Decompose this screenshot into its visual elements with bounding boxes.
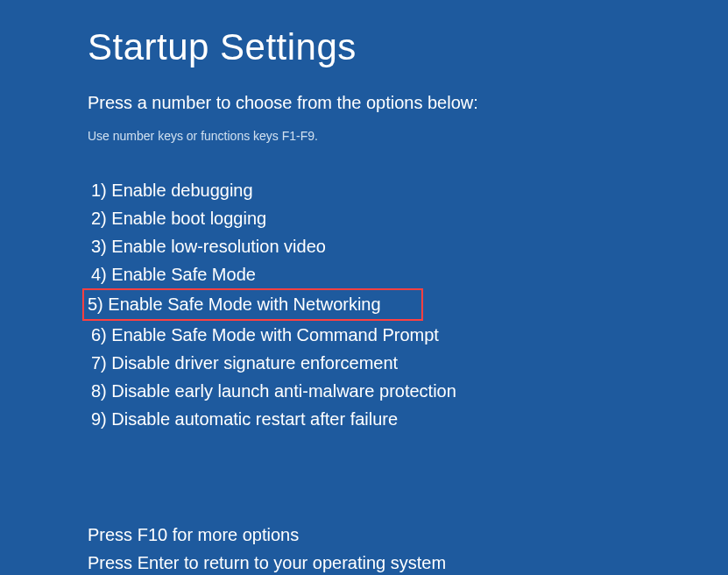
footer-more-options: Press F10 for more options (88, 521, 728, 549)
boot-option-4[interactable]: 4) Enable Safe Mode (88, 260, 259, 288)
boot-option-5[interactable]: 5) Enable Safe Mode with Networking (82, 288, 423, 321)
subtitle: Press a number to choose from the option… (88, 93, 728, 113)
footer-return: Press Enter to return to your operating … (88, 549, 728, 575)
boot-option-9[interactable]: 9) Disable automatic restart after failu… (88, 405, 401, 433)
boot-option-8[interactable]: 8) Disable early launch anti-malware pro… (88, 377, 460, 405)
boot-options-list: 1) Enable debugging 2) Enable boot loggi… (88, 176, 728, 433)
boot-option-6[interactable]: 6) Enable Safe Mode with Command Prompt (88, 321, 442, 349)
boot-option-3[interactable]: 3) Enable low-resolution video (88, 232, 329, 260)
page-title: Startup Settings (88, 26, 728, 68)
hint-text: Use number keys or functions keys F1-F9. (88, 129, 728, 143)
boot-option-1[interactable]: 1) Enable debugging (88, 176, 257, 204)
boot-option-7[interactable]: 7) Disable driver signature enforcement (88, 349, 401, 377)
boot-option-2[interactable]: 2) Enable boot logging (88, 204, 270, 232)
